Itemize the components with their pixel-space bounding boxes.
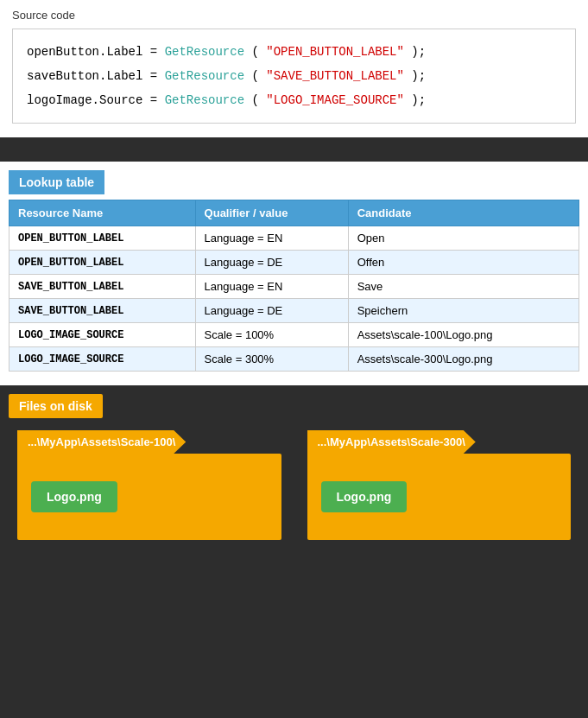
resource-name-cell: SAVE_BUTTON_LABEL xyxy=(9,275,196,299)
candidate-cell: Save xyxy=(348,275,579,299)
candidate-cell: Speichern xyxy=(348,299,579,323)
source-code-label: Source code xyxy=(12,9,576,22)
table-row: LOGO_IMAGE_SOURCEScale = 100%Assets\scal… xyxy=(9,323,579,347)
code-method-2: GetResource xyxy=(165,69,244,83)
resource-name-cell: OPEN_BUTTON_LABEL xyxy=(9,226,196,251)
code-var-2: saveButton.Label xyxy=(27,69,142,83)
qualifier-cell: Scale = 300% xyxy=(195,347,348,372)
code-line-1: openButton.Label = GetResource ( "OPEN_B… xyxy=(27,40,561,64)
folder-tab: ...\MyApp\Assets\Scale-100\ xyxy=(17,430,186,454)
qualifier-cell: Language = DE xyxy=(195,251,348,275)
code-var-3: logoImage.Source xyxy=(27,93,142,107)
table-row: SAVE_BUTTON_LABELLanguage = DESpeichern xyxy=(9,299,579,323)
qualifier-cell: Language = DE xyxy=(195,299,348,323)
code-method-3: GetResource xyxy=(165,93,244,107)
file-icon: Logo.png xyxy=(321,481,408,512)
folders-row: ...\MyApp\Assets\Scale-100\Logo.png...\M… xyxy=(9,430,579,540)
resource-name-cell: SAVE_BUTTON_LABEL xyxy=(9,299,196,323)
candidate-cell: Offen xyxy=(348,251,579,275)
table-header-row: Resource Name Qualifier / value Candidat… xyxy=(9,200,579,226)
divider-1 xyxy=(0,137,588,162)
table-row: OPEN_BUTTON_LABELLanguage = ENOpen xyxy=(9,226,579,251)
folder-container: ...\MyApp\Assets\Scale-300\Logo.png xyxy=(307,430,572,540)
file-icon: Logo.png xyxy=(31,481,117,512)
resource-name-cell: LOGO_IMAGE_SOURCE xyxy=(9,347,196,372)
code-string-1: "OPEN_BUTTON_LABEL" xyxy=(266,45,404,59)
code-block: openButton.Label = GetResource ( "OPEN_B… xyxy=(12,29,576,124)
candidate-cell: Assets\scale-100\Logo.png xyxy=(348,323,579,347)
code-string-3: "LOGO_IMAGE_SOURCE" xyxy=(266,93,404,107)
col-resource-name: Resource Name xyxy=(9,200,196,226)
files-on-disk-label: Files on disk xyxy=(9,394,103,418)
table-row: LOGO_IMAGE_SOURCEScale = 300%Assets\scal… xyxy=(9,347,579,372)
resource-name-cell: OPEN_BUTTON_LABEL xyxy=(9,251,196,275)
folder-container: ...\MyApp\Assets\Scale-100\Logo.png xyxy=(17,430,281,540)
code-method-1: GetResource xyxy=(165,45,244,59)
table-row: SAVE_BUTTON_LABELLanguage = ENSave xyxy=(9,275,579,299)
lookup-table: Resource Name Qualifier / value Candidat… xyxy=(9,200,579,372)
files-on-disk-section: Files on disk ...\MyApp\Assets\Scale-100… xyxy=(0,385,588,557)
code-string-2: "SAVE_BUTTON_LABEL" xyxy=(266,69,404,83)
qualifier-cell: Language = EN xyxy=(195,275,348,299)
code-line-3: logoImage.Source = GetResource ( "LOGO_I… xyxy=(27,88,561,112)
resource-name-cell: LOGO_IMAGE_SOURCE xyxy=(9,323,196,347)
code-var-1: openButton.Label xyxy=(27,45,142,59)
lookup-table-section: Lookup table Resource Name Qualifier / v… xyxy=(0,162,588,385)
folder-body: Logo.png xyxy=(307,454,572,540)
folder-tab: ...\MyApp\Assets\Scale-300\ xyxy=(307,430,476,454)
lookup-table-label: Lookup table xyxy=(9,170,104,194)
candidate-cell: Open xyxy=(348,226,579,251)
code-line-2: saveButton.Label = GetResource ( "SAVE_B… xyxy=(27,64,561,88)
qualifier-cell: Scale = 100% xyxy=(195,323,348,347)
qualifier-cell: Language = EN xyxy=(195,226,348,251)
col-qualifier: Qualifier / value xyxy=(195,200,348,226)
col-candidate: Candidate xyxy=(348,200,579,226)
source-code-section: Source code openButton.Label = GetResour… xyxy=(0,0,588,137)
folder-body: Logo.png xyxy=(17,454,281,540)
table-row: OPEN_BUTTON_LABELLanguage = DEOffen xyxy=(9,251,579,275)
candidate-cell: Assets\scale-300\Logo.png xyxy=(348,347,579,372)
